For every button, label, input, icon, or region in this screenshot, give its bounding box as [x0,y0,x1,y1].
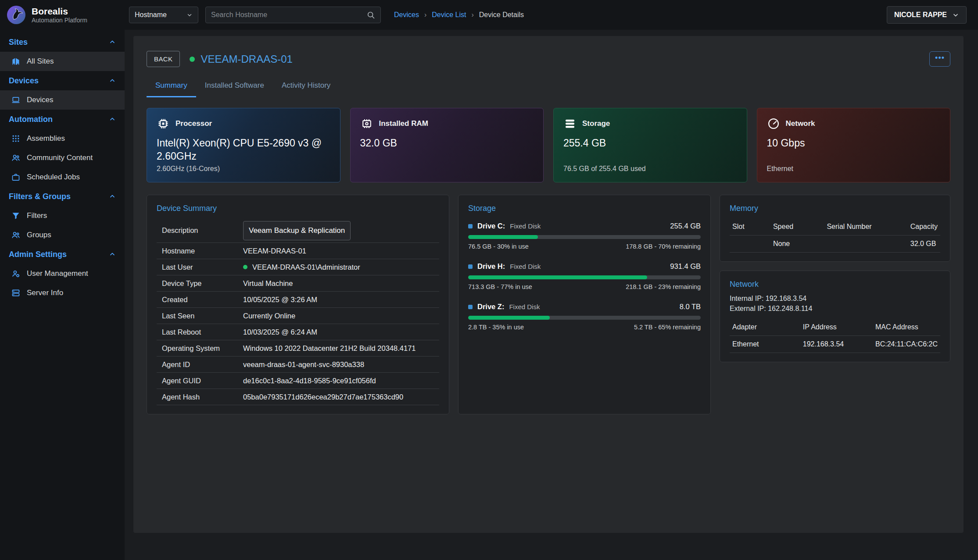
ip-addresses: Internal IP: 192.168.3.54 External IP: 1… [730,293,940,314]
sidebar-section-sites[interactable]: Sites [0,32,125,52]
sidebar-item-label: Scheduled Jobs [27,173,80,182]
sidebar-item-user-management[interactable]: User Management [0,264,125,283]
content-wrapper: BACK VEEAM-DRAAS-01 ••• Summary Installe… [125,30,978,560]
sidebar-item-all-sites[interactable]: All Sites [0,52,125,71]
search-field-dropdown[interactable]: Hostname [129,7,198,23]
drive-usage-bar [468,316,701,320]
summary-row-hostname: Hostname VEEAM-DRAAS-01 [157,243,439,259]
drive-row-h: Drive H: Fixed Disk 931.4 GB 713.3 GB - … [468,262,701,290]
right-column: Memory Slot Speed Serial Number Capacity [720,195,950,414]
network-card: Network 10 Gbps Ethernet [757,108,951,182]
sidebar-item-community-content[interactable]: Community Content [0,148,125,168]
app-root: Borealis Automation Platform Sites All S… [0,0,978,560]
card-title: Storage [582,119,610,128]
building-icon [11,57,20,66]
search-input[interactable] [211,11,363,19]
more-options-button[interactable]: ••• [929,51,950,67]
device-details-page: BACK VEEAM-DRAAS-01 ••• Summary Installe… [133,36,964,533]
tab-activity-history[interactable]: Activity History [273,76,339,97]
summary-row-operating-system: Operating System Windows 10 2022 Datacen… [157,340,439,357]
search-icon[interactable] [366,11,375,19]
card-subtext: 76.5 GB of 255.4 GB used [563,165,737,173]
external-ip: External IP: 162.248.8.114 [730,303,940,314]
drive-usage-bar [468,275,701,279]
sidebar-item-label: Community Content [27,153,93,162]
drive-used: 2.8 TB - 35% in use [468,324,524,331]
card-subtext: Ethernet [767,165,941,173]
sidebar-item-filters[interactable]: Filters [0,206,125,225]
briefcase-icon [11,173,20,182]
sidebar-section-label: Devices [9,76,39,86]
stat-cards: Processor Intel(R) Xeon(R) CPU E5-2690 v… [147,108,950,182]
sidebar-item-assemblies[interactable]: Assemblies [0,129,125,148]
device-summary-panel: Device Summary Description Hostname VEEA… [147,195,449,414]
chevron-up-icon [109,116,116,123]
sidebar-section-filters-groups[interactable]: Filters & Groups [0,187,125,206]
topbar: Hostname Devices › Device List › Device … [125,0,978,30]
device-title: VEEAM-DRAAS-01 [201,53,292,65]
drive-remaining: 178.8 GB - 70% remaining [626,243,701,250]
sidebar-item-devices[interactable]: Devices [0,90,125,110]
brand-text: Borealis Automation Platform [32,6,87,23]
main-area: Hostname Devices › Device List › Device … [125,0,978,560]
sidebar-section-devices[interactable]: Devices [0,71,125,90]
sidebar-nav: Sites All Sites Devices Devices Automati… [0,30,125,303]
breadcrumb-separator: › [424,11,426,19]
card-value: Intel(R) Xeon(R) CPU E5-2690 v3 @ 2.60GH… [157,136,330,163]
network-adapter-table: Adapter IP Address MAC Address Ethernet … [730,320,940,353]
card-title: Processor [176,119,212,128]
chevron-up-icon [109,77,116,84]
breadcrumb-current: Device Details [479,11,524,19]
panel-title: Network [730,280,940,289]
gauge-icon [767,117,780,130]
user-name: NICOLE RAPPE [894,11,947,19]
user-gear-icon [11,269,20,278]
summary-row-created: Created 10/05/2025 @ 3:26 AM [157,292,439,308]
device-header: BACK VEEAM-DRAAS-01 ••• [147,51,950,67]
device-tabs: Summary Installed Software Activity Hist… [147,76,950,97]
user-menu-button[interactable]: NICOLE RAPPE [887,6,967,24]
internal-ip: Internal IP: 192.168.3.54 [730,293,940,303]
sidebar-item-groups[interactable]: Groups [0,225,125,245]
sidebar-item-scheduled-jobs[interactable]: Scheduled Jobs [0,168,125,187]
borealis-logo-icon [6,5,26,25]
drive-usage-bar [468,235,701,239]
sidebar-item-label: Groups [27,231,51,239]
card-subtext: 2.60GHz (16-Cores) [157,165,330,173]
network-adapter-row: Ethernet 192.168.3.54 BC:24:11:CA:C6:2C [730,336,940,353]
network-panel: Network Internal IP: 192.168.3.54 Extern… [720,271,950,362]
sidebar-item-label: Assemblies [27,134,65,143]
sidebar-item-server-info[interactable]: Server Info [0,283,125,303]
funnel-icon [11,211,20,220]
summary-row-device-type: Device Type Virtual Machine [157,275,439,292]
description-input[interactable] [243,221,351,240]
panel-title: Storage [468,204,701,213]
search-field-selected: Hostname [135,11,167,19]
breadcrumb-device-list[interactable]: Device List [432,11,466,19]
memory-row: None 32.0 GB [730,235,940,253]
row-label: Description [162,226,243,235]
sidebar-section-automation[interactable]: Automation [0,110,125,129]
drive-row-z: Drive Z: Fixed Disk 8.0 TB 2.8 TB - 35% … [468,303,701,331]
sidebar-section-admin-settings[interactable]: Admin Settings [0,245,125,264]
chevron-down-icon [952,11,959,18]
grid-icon [11,134,20,143]
sidebar-item-label: User Management [27,269,88,278]
brand-subtitle: Automation Platform [32,17,87,24]
breadcrumb: Devices › Device List › Device Details [394,11,524,19]
installed-ram-card: Installed RAM 32.0 GB [350,108,544,182]
processor-card: Processor Intel(R) Xeon(R) CPU E5-2690 v… [147,108,340,182]
sidebar-item-label: Server Info [27,289,63,297]
breadcrumb-devices[interactable]: Devices [394,11,419,19]
back-button[interactable]: BACK [147,51,180,67]
sidebar-section-label: Automation [9,115,53,124]
drive-remaining: 5.2 TB - 65% remaining [634,324,701,331]
tab-summary[interactable]: Summary [147,76,196,97]
brand-name: Borealis [32,6,87,16]
sidebar-item-label: Devices [27,96,53,104]
drive-row-c: Drive C: Fixed Disk 255.4 GB 76.5 GB - 3… [468,222,701,250]
drive-remaining: 218.1 GB - 23% remaining [626,283,701,290]
drive-used: 76.5 GB - 30% in use [468,243,529,250]
tab-installed-software[interactable]: Installed Software [196,76,273,97]
breadcrumb-separator: › [471,11,473,19]
